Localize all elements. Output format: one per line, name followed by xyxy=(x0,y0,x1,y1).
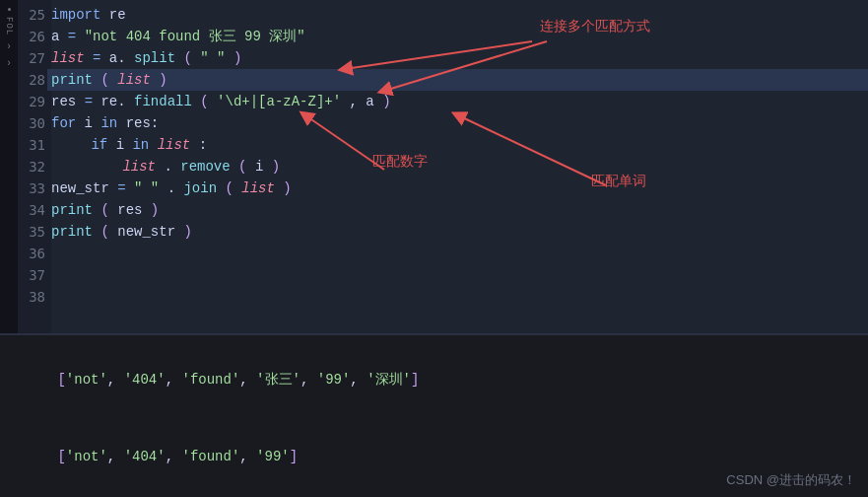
code-line-36 xyxy=(51,243,868,264)
bracket-open-2: [ xyxy=(57,449,65,464)
app-container: FOL › › 25 26 27 28 29 30 31 32 33 34 35… xyxy=(0,0,868,497)
bracket-close-1: ] xyxy=(411,372,419,388)
kw-import: import xyxy=(51,7,100,23)
annotation-match-word: 匹配单词 xyxy=(591,173,646,190)
ln-25: 25 xyxy=(18,4,45,26)
op-eq3: = xyxy=(85,94,93,109)
code-line-28: print ( list ) xyxy=(47,69,868,91)
dot-1: . xyxy=(164,159,171,175)
str-shenzhen1: '深圳' xyxy=(367,372,411,388)
op-eq2: = xyxy=(93,50,109,66)
var-res: res xyxy=(51,94,76,109)
str-not: 'not' xyxy=(66,372,107,388)
bracket-close-2: ] xyxy=(290,449,298,464)
kw-in: in xyxy=(100,115,125,131)
bracket-open-1: [ xyxy=(57,372,65,388)
var-res2: res: xyxy=(126,115,160,131)
editor-area: FOL › › 25 26 27 28 29 30 31 32 33 34 35… xyxy=(0,0,868,333)
ln-28: 28 xyxy=(18,69,45,91)
str-404: '404' xyxy=(124,372,166,388)
str-zhangsan1: '张三' xyxy=(256,372,300,388)
code-line-31: if i in list : xyxy=(51,134,868,156)
comma-d: , xyxy=(300,372,317,388)
fn-join: join xyxy=(183,180,217,196)
code-line-37 xyxy=(51,264,868,286)
ln-34: 34 xyxy=(18,199,45,221)
sidebar-dot-1 xyxy=(8,8,11,11)
paren-13: ( xyxy=(100,224,108,240)
str-space: " " xyxy=(200,50,225,66)
var-a3: a xyxy=(366,94,373,109)
paren-2: ) xyxy=(234,50,241,66)
code-area: import re a = "not 404 found 张三 99 深圳" l… xyxy=(51,0,868,333)
op-eq4: = xyxy=(117,180,125,196)
var-list2: list xyxy=(117,72,151,88)
paren-14: ) xyxy=(183,224,191,240)
paren-7: ( xyxy=(238,159,246,175)
paren-5: ( xyxy=(200,94,208,109)
ln-38: 38 xyxy=(18,286,45,308)
paren-6: ) xyxy=(382,94,390,109)
var-i2: i xyxy=(116,137,133,153)
code-line-34: print ( res ) xyxy=(51,199,868,221)
ln-27: 27 xyxy=(18,47,45,69)
paren-1: ( xyxy=(183,50,191,66)
code-line-30: for i in res: xyxy=(51,112,868,134)
code-line-25: import re xyxy=(51,4,868,26)
str-val: "not 404 found 张三 99 深圳" xyxy=(85,29,305,44)
var-a: a xyxy=(51,29,68,44)
comma-h: , xyxy=(239,449,256,464)
ln-30: 30 xyxy=(18,112,45,134)
comma-b: , xyxy=(166,372,182,388)
paren-4: ) xyxy=(159,72,167,88)
var-i: i xyxy=(85,115,101,131)
footer-brand: CSDN @进击的码农！ xyxy=(726,471,856,489)
ln-29: 29 xyxy=(18,91,45,112)
code-line-27: list = a. split ( " " ) xyxy=(51,47,868,69)
code-line-26: a = "not 404 found 张三 99 深圳" xyxy=(51,26,868,47)
var-list3: list xyxy=(158,137,191,153)
comma-f: , xyxy=(107,449,124,464)
ln-31: 31 xyxy=(18,134,45,156)
comma-e: , xyxy=(350,372,367,388)
ln-36: 36 xyxy=(18,243,45,264)
paren-11: ( xyxy=(100,202,108,218)
sidebar-label-fol: FOL xyxy=(4,17,14,36)
code-line-38 xyxy=(51,286,868,308)
str-404-2: '404' xyxy=(124,449,166,464)
comma-c: , xyxy=(239,372,256,388)
kw-for: for xyxy=(51,115,85,131)
str-space2: " " xyxy=(134,180,159,196)
var-res3: res xyxy=(117,202,142,218)
paren-9: ( xyxy=(225,180,233,196)
plain-space: re xyxy=(109,7,126,23)
line-numbers: 25 26 27 28 29 30 31 32 33 34 35 36 37 3… xyxy=(18,0,51,333)
str-found2: 'found' xyxy=(181,449,239,464)
colon-1: : xyxy=(199,137,207,153)
kw-if: if xyxy=(91,137,115,153)
paren-3: ( xyxy=(100,72,108,88)
var-newstr2: new_str xyxy=(117,224,175,240)
fn-split: split xyxy=(134,50,175,66)
sidebar-chevron-1: › xyxy=(6,41,12,52)
output-line-1: ['not', '404', 'found', '张三', '99', '深圳'… xyxy=(0,335,868,418)
output-area: ['not', '404', 'found', '张三', '99', '深圳'… xyxy=(0,333,868,497)
paren-10: ) xyxy=(283,180,291,196)
fn-findall: findall xyxy=(134,94,192,109)
str-99-2: '99' xyxy=(256,449,290,464)
var-list5: list xyxy=(241,180,275,196)
kw-in2: in xyxy=(132,137,157,153)
code-line-35: print ( new_str ) xyxy=(51,221,868,243)
var-i3: i xyxy=(255,159,263,175)
annotation-connect: 连接多个匹配方式 xyxy=(540,18,650,36)
var-re: re. xyxy=(100,94,125,109)
comma-g: , xyxy=(166,449,182,464)
fn-print2: print xyxy=(51,202,93,218)
left-sidebar: FOL › › xyxy=(0,0,18,333)
code-line-32: list . remove ( i ) xyxy=(51,156,868,178)
ln-26: 26 xyxy=(18,26,45,47)
code-line-33: new_str = " " . join ( list ) xyxy=(51,178,868,199)
paren-8: ) xyxy=(272,159,280,175)
ln-32: 32 xyxy=(18,156,45,178)
str-pattern: '\d+|[a-zA-Z]+' xyxy=(217,94,341,109)
